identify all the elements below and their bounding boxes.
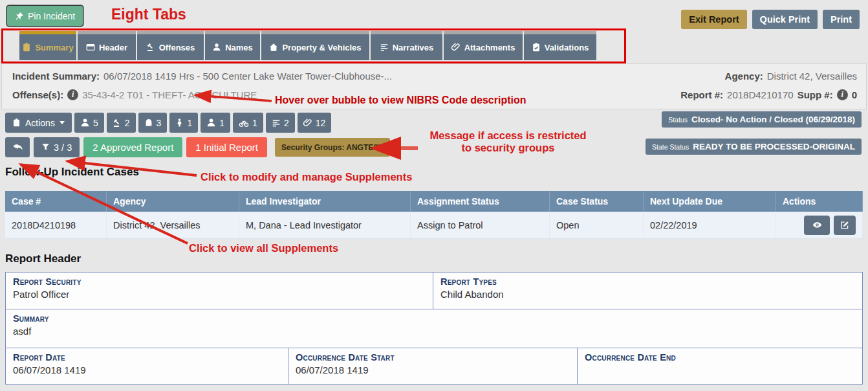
exit-report-button[interactable]: Exit Report [681, 10, 746, 29]
badge-count: 2 [284, 118, 289, 128]
field-occurrence-date-end: Occurrence Date End [577, 348, 863, 385]
person-icon [212, 43, 221, 52]
badge-count: 2 [125, 118, 130, 128]
state-status-label: State Status [652, 143, 689, 151]
tab-label: Narratives [393, 43, 434, 52]
cell-case-status: Open [550, 212, 644, 238]
actions-dropdown[interactable]: Actions [5, 113, 72, 133]
initial-report-button[interactable]: 1 Initial Report [186, 137, 267, 157]
quick-print-button[interactable]: Quick Print [752, 10, 818, 29]
person-standing-icon [175, 118, 184, 127]
tab-offenses[interactable]: Offenses [137, 31, 204, 60]
field-report-types: Report Types Child Abandon [433, 272, 863, 309]
field-value: Child Abandon [433, 287, 862, 302]
approved-report-button[interactable]: 2 Approved Report [83, 137, 182, 157]
state-status-value: READY TO BE PROCESSED-ORIGINAL [693, 142, 855, 151]
annotation-hover-bubble: Hover over bubble to view NIBRS Code des… [275, 95, 526, 106]
text-lines-icon [380, 43, 389, 52]
agency-label: Agency: [725, 71, 763, 82]
text-lines-icon [272, 118, 281, 128]
filter-icon [41, 143, 50, 151]
cell-next-update-due: 02/22/2019 [644, 212, 776, 238]
field-value [578, 363, 862, 366]
security-groups-badge: Security Groups: ANGTEST [275, 138, 390, 157]
person-count-badge[interactable]: 1 [201, 113, 230, 133]
tab-header[interactable]: Header [78, 31, 136, 60]
field-label: Summary [6, 309, 862, 324]
view-case-button[interactable] [804, 216, 830, 235]
badge-count: 5 [93, 118, 98, 128]
supp-number-value: 0 [852, 89, 857, 100]
field-label: Occurrence Date End [578, 348, 862, 363]
actions-label: Actions [25, 118, 55, 128]
incident-report-page: { "topbar": { "pin_label": "Pin Incident… [0, 0, 868, 391]
subjects-count-badge[interactable]: 3 [138, 113, 168, 133]
field-label: Occurrence Date Start [288, 348, 577, 363]
info-icon[interactable]: i [837, 89, 848, 100]
actions-row: Actions 5 2 3 1 1 1 2 12 [5, 113, 331, 133]
supp-number-label: Supp #: [797, 89, 833, 100]
annotation-eight-tabs: Eight Tabs [111, 6, 186, 23]
narratives-count-badge[interactable]: 2 [266, 113, 295, 133]
cell-case-number: 2018D4210198 [5, 212, 107, 238]
column-header-case-number: Case # [5, 191, 107, 212]
window-icon [86, 43, 95, 52]
pin-incident-label: Pin Incident [28, 11, 75, 21]
cell-assignment-status: Assign to Patrol [411, 212, 550, 238]
pin-incident-button[interactable]: Pin Incident [6, 5, 83, 27]
gavel-icon [146, 43, 155, 52]
offenses-count-badge[interactable]: 2 [107, 113, 136, 133]
report-toolbar-right: Exit Report Quick Print Print [681, 10, 860, 29]
field-value: asdf [6, 324, 862, 339]
followup-cases-title: Follow-Up Incident Cases [5, 166, 139, 179]
field-value: 06/07/2018 1419 [6, 363, 288, 377]
supplements-row: 3 / 3 2 Approved Report 1 Initial Report… [5, 137, 390, 157]
annotation-modify-supplements: Click to modify and manage Supplements [201, 171, 412, 183]
field-report-date: Report Date 06/07/2018 1419 [5, 348, 288, 385]
incident-summary-label: Incident Summary: [12, 71, 100, 82]
column-header-next-update-due: Next Update Due [644, 191, 776, 212]
report-header-fields: Report Security Patrol Officer Report Ty… [5, 272, 863, 385]
chevron-down-icon [60, 121, 65, 124]
print-button[interactable]: Print [823, 10, 860, 29]
tab-label: Validations [545, 43, 589, 52]
table-header-row: Case # Agency Lead Investigator Assignme… [5, 191, 863, 212]
column-header-agency: Agency [107, 191, 239, 212]
tab-label: Property & Vehicles [282, 43, 361, 52]
badge-count: 3 [157, 118, 162, 128]
clipboard-icon [12, 118, 21, 127]
annotation-restricted-access: Message if access is restricted to secur… [419, 129, 597, 154]
tab-names[interactable]: Names [205, 31, 260, 60]
tab-validations[interactable]: Validations [524, 31, 596, 60]
offenses-label: Offense(s): [12, 89, 63, 100]
pushpin-icon [15, 12, 24, 21]
tab-summary[interactable]: Summary [19, 31, 76, 60]
offense-value: 35-43-4-2 T01 - THEFT- AGRICULTURE [82, 89, 257, 100]
ghost-icon [144, 118, 153, 128]
paperclip-icon [451, 43, 461, 52]
bicycle-icon [239, 118, 249, 128]
state-status-badge: State Status READY TO BE PROCESSED-ORIGI… [646, 139, 862, 155]
vehicles-count-badge[interactable]: 1 [233, 113, 263, 133]
tab-attachments[interactable]: Attachments [444, 31, 523, 60]
gavel-icon [113, 118, 122, 128]
info-icon[interactable]: i [67, 89, 78, 100]
tab-label: Header [99, 43, 127, 52]
view-all-supplements-button[interactable] [5, 137, 30, 157]
annotation-restricted-line1: Message if access is restricted [419, 129, 597, 142]
tab-narratives[interactable]: Narratives [371, 31, 442, 60]
field-value: Patrol Officer [6, 287, 433, 302]
edit-case-button[interactable] [834, 216, 856, 235]
badge-count: 12 [316, 118, 326, 128]
persons-count-badge[interactable]: 5 [74, 113, 104, 133]
attachments-count-badge[interactable]: 12 [298, 113, 332, 133]
paperclip-icon [303, 118, 312, 128]
supplements-filter-button[interactable]: 3 / 3 [34, 137, 80, 157]
person-icon [206, 118, 216, 128]
incident-summary-value: 06/07/2018 1419 Hrs - 500 Center Lake Wa… [103, 71, 392, 82]
field-value: 06/07/2018 1419 [288, 363, 577, 377]
tab-property-vehicles[interactable]: Property & Vehicles [261, 31, 369, 60]
status-label: Status [668, 116, 688, 124]
tab-label: Names [225, 43, 253, 52]
officer-count-badge[interactable]: 1 [169, 113, 198, 133]
